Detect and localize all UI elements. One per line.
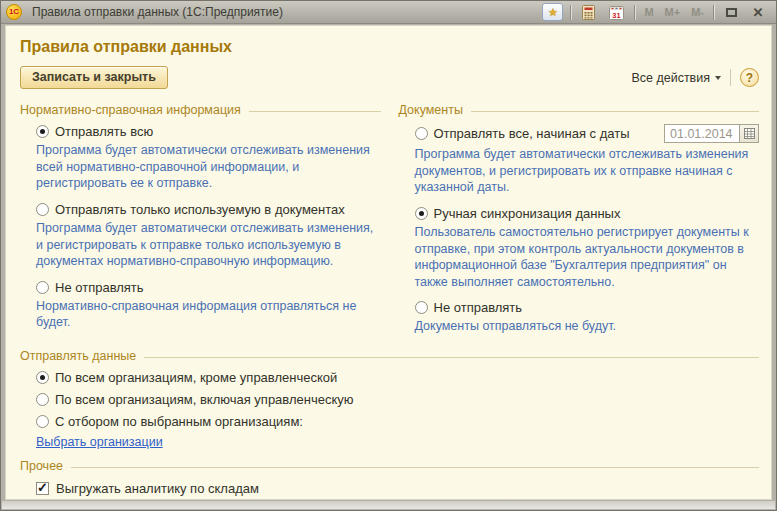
group-nsi: Нормативно-справочная информация Отправл…: [20, 99, 381, 345]
option-description: Нормативно-справочная информация отправл…: [36, 298, 379, 331]
radio-indicator: [36, 125, 49, 138]
radio-docs-manual-sync[interactable]: Ручная синхронизация данных: [399, 206, 760, 221]
radio-label: С отбором по выбранным организациям:: [55, 414, 303, 429]
titlebar-separator: [713, 5, 714, 20]
titlebar-separator: [570, 5, 571, 20]
radio-orgs-all-except-management[interactable]: По всем организациям, кроме управленческ…: [20, 370, 759, 385]
group-nsi-title: Нормативно-справочная информация: [20, 103, 241, 117]
titlebar-controls: ★: [542, 3, 768, 21]
group-rule: [471, 111, 759, 112]
radio-indicator: [415, 127, 428, 140]
all-actions-label: Все действия: [631, 71, 710, 85]
radio-indicator: [36, 393, 49, 406]
group-rule: [71, 467, 759, 468]
group-send-data-header: Отправлять данные: [20, 349, 759, 363]
group-send-data-title: Отправлять данные: [20, 349, 136, 363]
top-groups: Нормативно-справочная информация Отправл…: [20, 99, 759, 345]
group-other: Прочее Выгружать аналитику по складам i …: [20, 459, 759, 500]
save-and-close-button[interactable]: Записать и закрыть: [20, 66, 168, 89]
option-description: Программа будет автоматически отслеживат…: [36, 142, 379, 192]
radio-label: Не отправлять: [434, 300, 523, 315]
radio-label: Ручная синхронизация данных: [434, 206, 621, 221]
group-rule: [144, 357, 759, 358]
start-date-field: [664, 124, 759, 143]
group-send-data: Отправлять данные По всем организациям, …: [20, 349, 759, 455]
option-description: Документы отправляться не будут.: [415, 318, 758, 335]
maximize-button[interactable]: [721, 3, 741, 21]
window-title: Правила отправки данных (1С:Предприятие): [32, 5, 283, 19]
radio-nsi-send-used-only[interactable]: Отправлять только используемую в докумен…: [20, 202, 381, 217]
radio-orgs-selected-filter[interactable]: С отбором по выбранным организациям:: [20, 414, 759, 429]
radio-indicator: [36, 203, 49, 216]
checkbox-export-warehouse-analytics[interactable]: Выгружать аналитику по складам: [20, 481, 759, 496]
1c-logo-icon: 1С: [6, 4, 22, 20]
group-other-header: Прочее: [20, 459, 759, 473]
page-title: Правила отправки данных: [20, 38, 759, 56]
radio-indicator: [36, 281, 49, 294]
calendar-grid-icon: [744, 128, 755, 139]
calendar-glyph: 31: [609, 5, 624, 20]
memory-m-minus-label: M-: [689, 6, 706, 18]
app-window: 1С Правила отправки данных (1С:Предприят…: [0, 0, 777, 511]
radio-indicator: [415, 207, 428, 220]
command-bar-separator: [730, 69, 731, 86]
group-rule: [249, 111, 381, 112]
option-description: Программа будет автоматически отслеживат…: [36, 220, 379, 270]
start-date-input[interactable]: [664, 124, 740, 143]
command-bar: Записать и закрыть Все действия ?: [20, 66, 759, 89]
group-documents-header: Документы: [399, 103, 760, 117]
option-description: Пользователь самостоятельно регистрирует…: [415, 224, 758, 291]
checkbox-label: Выгружать аналитику по складам: [56, 481, 259, 496]
radio-label: По всем организациям, кроме управленческ…: [55, 370, 337, 385]
radio-label: Отправлять только используемую в докумен…: [55, 202, 345, 217]
maximize-icon: [726, 8, 737, 17]
checkbox-indicator: [36, 482, 49, 495]
group-other-title: Прочее: [20, 459, 63, 473]
radio-label: Не отправлять: [55, 280, 144, 295]
close-icon: ✕: [753, 5, 764, 20]
radio-nsi-do-not-send[interactable]: Не отправлять: [20, 280, 381, 295]
group-documents-title: Документы: [399, 103, 463, 117]
group-nsi-header: Нормативно-справочная информация: [20, 103, 381, 117]
calculator-glyph: [581, 5, 596, 20]
calendar-icon[interactable]: 31: [606, 3, 627, 21]
radio-label: По всем организациям, включая управленче…: [55, 392, 354, 407]
svg-text:31: 31: [613, 10, 621, 19]
star-icon: ★: [548, 7, 558, 18]
option-description: Программа будет автоматически отслеживат…: [415, 146, 758, 196]
radio-nsi-send-all[interactable]: Отправлять всю: [20, 124, 381, 139]
radio-docs-do-not-send[interactable]: Не отправлять: [399, 300, 760, 315]
titlebar: 1С Правила отправки данных (1С:Предприят…: [1, 1, 776, 24]
radio-orgs-all-including-management[interactable]: По всем организациям, включая управленче…: [20, 392, 759, 407]
memory-m-plus-label: M+: [663, 6, 683, 18]
help-button[interactable]: ?: [740, 68, 759, 87]
date-picker-button[interactable]: [740, 124, 759, 143]
command-bar-right: Все действия ?: [631, 68, 759, 87]
all-actions-button[interactable]: Все действия: [631, 71, 721, 85]
radio-indicator: [415, 301, 428, 314]
close-button[interactable]: ✕: [748, 3, 768, 21]
radio-indicator: [36, 371, 49, 384]
radio-label: Отправлять все, начиная с даты: [434, 126, 630, 141]
radio-label: Отправлять всю: [55, 124, 153, 139]
window-bottom-frame: [2, 501, 775, 509]
favorites-icon[interactable]: ★: [542, 3, 563, 21]
form-content: Правила отправки данных Записать и закры…: [5, 25, 772, 500]
calculator-icon[interactable]: [578, 3, 599, 21]
group-documents: Документы Отправлять все, начиная с даты: [399, 99, 760, 345]
radio-docs-send-from-date[interactable]: Отправлять все, начиная с даты: [399, 124, 760, 143]
radio-indicator: [36, 415, 49, 428]
chevron-down-icon: [715, 76, 721, 80]
memory-m-label: M: [642, 6, 655, 18]
select-organizations-link[interactable]: Выбрать организации: [36, 435, 163, 449]
titlebar-separator: [634, 5, 635, 20]
